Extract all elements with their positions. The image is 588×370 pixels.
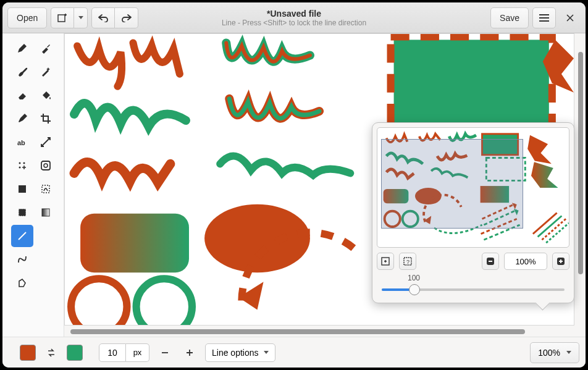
redo-button[interactable] (115, 7, 138, 28)
curve-tool[interactable] (11, 248, 33, 271)
zoom-out-button[interactable] (482, 253, 499, 270)
text-tool[interactable]: ab (11, 131, 33, 153)
horizontal-scrollbar[interactable] (64, 327, 574, 337)
title-center: *Unsaved file Line - Press <Shift> to lo… (222, 9, 366, 27)
crop-tool[interactable] (35, 107, 57, 130)
line-tool[interactable] (11, 225, 33, 247)
app-window: Open *Unsaved file Line - Press <Shift> … (2, 2, 586, 368)
svg-text:ab: ab (17, 139, 25, 146)
chevron-down-icon (264, 351, 269, 354)
highlighter-tool[interactable] (11, 107, 33, 130)
titlebar: Open *Unsaved file Line - Press <Shift> … (2, 2, 586, 33)
new-menu-caret[interactable] (74, 7, 88, 28)
new-menu[interactable] (51, 7, 88, 28)
slider-label: 100 (408, 274, 420, 282)
toolbox: ab (2, 33, 64, 337)
select-color-tool[interactable] (35, 178, 57, 200)
window-subtitle: Line - Press <Shift> to lock the line di… (222, 19, 366, 27)
swap-colors-button[interactable] (42, 343, 61, 362)
svg-point-4 (19, 167, 21, 169)
svg-point-3 (23, 162, 25, 164)
zoom-help-button[interactable]: ? (399, 253, 416, 270)
svg-rect-5 (41, 161, 50, 170)
size-decrease-button[interactable] (156, 343, 174, 362)
size-input[interactable] (99, 343, 126, 362)
save-button[interactable]: Save (490, 7, 529, 28)
primary-color-swatch[interactable] (20, 345, 36, 361)
move-tool[interactable] (35, 131, 57, 153)
size-unit: px (126, 343, 149, 362)
open-button[interactable]: Open (7, 7, 47, 28)
zoom-fit-button[interactable] (377, 253, 394, 270)
zoom-slider[interactable]: 100 (377, 274, 569, 298)
window-title: *Unsaved file (222, 9, 366, 19)
size-increase-button[interactable] (180, 343, 199, 362)
svg-rect-8 (19, 209, 26, 216)
svg-point-2 (19, 162, 21, 164)
gradient-tool[interactable] (35, 201, 57, 224)
svg-point-16 (71, 279, 127, 325)
svg-rect-29 (489, 261, 492, 262)
svg-text:?: ? (406, 259, 410, 265)
minimap-viewport[interactable] (381, 139, 523, 229)
minimap[interactable] (377, 127, 569, 248)
bucket-tool[interactable] (35, 84, 57, 106)
close-button[interactable] (560, 7, 581, 28)
svg-point-15 (204, 204, 310, 273)
line-options-select[interactable]: Line options (205, 343, 275, 362)
undo-redo-group (91, 7, 138, 28)
hamburger-menu[interactable] (532, 7, 556, 28)
eraser-tool[interactable] (11, 84, 33, 106)
svg-rect-32 (560, 259, 561, 263)
new-tab-icon[interactable] (51, 7, 74, 28)
statusbar: px Line options 100% (2, 337, 586, 368)
color-picker-tool[interactable] (35, 37, 57, 59)
pencil-tool[interactable] (11, 37, 33, 59)
brush-tool[interactable] (11, 61, 33, 83)
zoom-input[interactable] (504, 253, 547, 270)
select-free-tool[interactable] (11, 178, 33, 200)
svg-line-11 (19, 232, 26, 240)
zoom-value: 100% (538, 348, 560, 358)
line-options-label: Line options (212, 348, 259, 358)
select-rect-tool[interactable] (35, 154, 57, 177)
vertical-scrollbar[interactable] (576, 33, 586, 326)
zoom-in-button[interactable] (552, 253, 569, 270)
svg-rect-14 (80, 214, 189, 272)
points-tool[interactable] (11, 154, 33, 177)
zoom-indicator[interactable]: 100% (530, 342, 579, 363)
zoom-popover: ? 100 (372, 122, 574, 303)
chevron-down-icon (566, 351, 571, 354)
menu-icon (539, 14, 549, 22)
body-region: ab (2, 33, 586, 337)
svg-rect-10 (42, 209, 49, 216)
svg-rect-12 (394, 40, 549, 124)
canvas-area: ? 100 (64, 33, 586, 337)
svg-point-17 (136, 279, 192, 325)
magic-tool[interactable] (35, 61, 57, 83)
undo-button[interactable] (91, 7, 115, 28)
svg-rect-0 (58, 15, 65, 22)
secondary-color-swatch[interactable] (67, 345, 83, 361)
svg-point-6 (44, 164, 48, 167)
polygon-tool[interactable] (11, 272, 33, 294)
rectangle-tool[interactable] (11, 201, 33, 224)
svg-rect-7 (19, 185, 26, 193)
